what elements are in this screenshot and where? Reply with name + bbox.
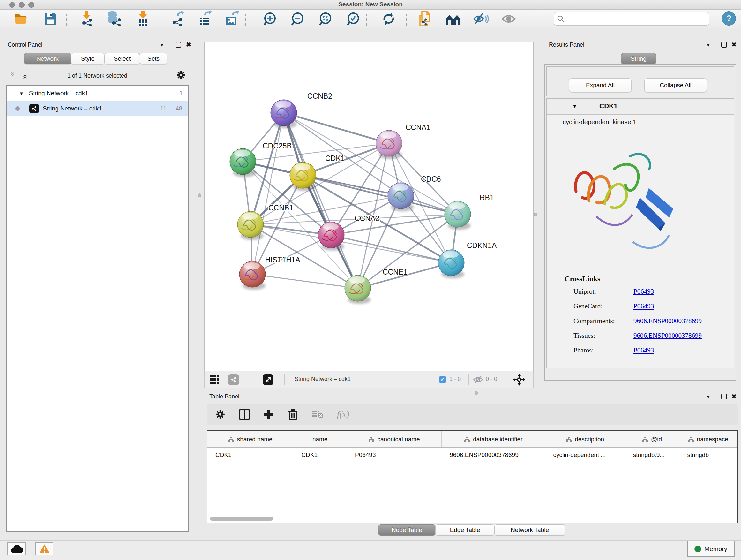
network-edge-CCNB2-HIST1H1A[interactable] [253,113,284,274]
tab-edge-table[interactable]: Edge Table [435,524,495,536]
table-cell[interactable]: stringdb [679,448,737,462]
hidden-items-eye-slash-icon[interactable] [473,375,483,385]
new-network-from-selection-button[interactable] [415,11,435,27]
zoom-in-button[interactable] [260,11,280,27]
column-header-description[interactable]: description [545,431,625,447]
network-edge-CCNB2-CCNA1[interactable] [284,113,389,143]
table-panel-close-icon[interactable]: ✖ [731,394,737,399]
network-graph[interactable]: CCNB2CCNA1CDC25BCDK1CDC6RB1CCNB1CCNA2CDK… [205,42,533,371]
show-columns-icon[interactable] [238,408,252,421]
delete-column-trash-icon[interactable] [286,408,300,421]
import-network-from-file-button[interactable] [77,11,97,27]
table-cell[interactable]: stringdb:9... [625,448,679,462]
control-panel-float-icon[interactable] [176,42,181,48]
open-in-window-icon[interactable] [263,374,273,385]
collapse-all-button[interactable]: Collapse All [644,78,707,92]
network-tree: ▼ String Network – cdk1 1 String Network… [6,85,189,532]
import-table-from-file-button[interactable] [133,11,153,27]
shared-column-icon [688,437,694,442]
control-panel-close-icon[interactable]: ✖ [186,42,191,48]
crosslink-link[interactable]: 9606.ENSP00000378699 [633,317,702,325]
column-header-namespace[interactable]: namespace [679,431,737,447]
table-cell[interactable]: CDK1 [207,448,293,462]
tab-sets[interactable]: Sets [140,53,167,64]
import-network-from-database-button[interactable] [105,11,124,27]
network-view-canvas[interactable]: CCNB2CCNA1CDC25BCDK1CDC6RB1CCNB1CCNA2CDK… [204,42,534,371]
network-edge-CCNA1-CDK1[interactable] [303,143,389,175]
crosslink-link[interactable]: 9606.ENSP00000378699 [633,332,702,340]
network-node-CCNA1[interactable]: CCNA1 [376,123,430,159]
warning-status-button[interactable] [35,542,53,555]
export-network-button[interactable] [168,11,188,27]
zoom-selected-button[interactable] [343,11,363,27]
network-node-RB1[interactable]: RB1 [445,193,494,230]
apply-layout-button[interactable] [379,11,399,27]
results-panel-close-icon[interactable]: ✖ [731,42,737,48]
crosslink-link[interactable]: P06493 [633,288,654,296]
table-cell[interactable]: 9606.ENSP00000378699 [442,448,545,462]
memory-button[interactable]: Memory [687,541,735,557]
delete-table-icon[interactable] [311,408,325,421]
network-edge-CCNB2-RB1[interactable] [284,113,458,214]
results-panel-menu-caret-icon[interactable]: ▼ [706,42,711,48]
table-cell[interactable]: P06493 [347,448,442,462]
column-header-database-identifier[interactable]: database identifier [442,431,545,447]
table-settings-gear-icon[interactable] [213,408,227,421]
export-table-button[interactable] [195,11,215,27]
open-session-button[interactable] [12,11,31,27]
table-cell[interactable]: cyclin-dependent ... [545,448,625,462]
expand-all-tree-icon[interactable]: » [9,72,17,76]
column-header-name[interactable]: name [293,431,347,447]
zoom-fit-button[interactable] [315,11,335,27]
network-node-CDKN1A[interactable]: CDKN1A [438,241,497,278]
column-header-shared-name[interactable]: shared name [207,431,293,447]
protein-collapse-caret-icon[interactable]: ▼ [572,104,577,109]
network-collection-row[interactable]: ▼ String Network – cdk1 1 [7,85,188,101]
fit-content-crosshair-icon[interactable] [513,374,525,387]
table-panel-float-icon[interactable] [721,394,727,399]
column-header-@id[interactable]: @id [625,431,679,447]
network-edge-HIST1H1A-CCNE1[interactable] [253,274,358,288]
network-node-HIST1H1A[interactable]: HIST1H1A [239,256,300,290]
collection-expand-caret-icon[interactable]: ▼ [19,91,24,96]
table-panel-menu-caret-icon[interactable]: ▼ [706,394,711,399]
selected-items-checkbox[interactable]: ✓ [439,376,446,383]
tab-network[interactable]: Network [24,53,71,64]
function-builder-icon[interactable]: f(x) [332,408,354,421]
save-session-button[interactable] [41,11,60,27]
help-button[interactable]: ? [722,11,736,25]
network-options-gear-icon[interactable] [176,70,186,81]
left-splitter-handle[interactable] [198,193,201,197]
add-column-plus-icon[interactable] [262,408,276,421]
first-neighbors-button[interactable] [443,11,463,27]
scrollbar-thumb[interactable] [210,516,273,521]
tab-select[interactable]: Select [105,53,140,64]
bottom-splitter-handle[interactable] [475,391,478,395]
control-panel-menu-caret-icon[interactable]: ▼ [159,42,164,48]
table-row[interactable]: CDK1CDK1P064939606.ENSP00000378699cyclin… [207,448,737,462]
hide-selection-button[interactable] [471,11,491,27]
column-header-label: namespace [697,436,728,443]
search-input[interactable] [564,15,709,23]
show-all-button[interactable] [499,11,519,27]
zoom-out-button[interactable] [287,11,307,27]
table-cell[interactable]: CDK1 [293,448,347,462]
results-panel-float-icon[interactable] [721,42,727,48]
cloud-status-button[interactable] [7,542,25,555]
expand-all-button[interactable]: Expand All [569,78,631,92]
crosslink-link[interactable]: P06493 [633,347,654,354]
protein-section-header[interactable]: ▼ CDK1 [547,99,734,115]
right-splitter-handle[interactable] [534,212,537,216]
crosslink-link[interactable]: P06493 [633,302,654,310]
column-header-canonical-name[interactable]: canonical name [347,431,442,447]
tab-style[interactable]: Style [71,53,105,64]
export-image-button[interactable] [222,11,242,27]
network-overview-toggle-icon[interactable] [228,374,239,385]
tab-string[interactable]: String [621,53,656,64]
network-row[interactable]: String Network – cdk1 11 48 [7,101,188,116]
network-node-CCNE1[interactable]: CCNE1 [345,268,408,304]
collapse-all-tree-icon[interactable]: » [20,74,29,78]
tab-network-table[interactable]: Network Table [494,524,565,536]
birdseye-grid-icon[interactable] [210,375,219,385]
tab-node-table[interactable]: Node Table [378,524,435,536]
